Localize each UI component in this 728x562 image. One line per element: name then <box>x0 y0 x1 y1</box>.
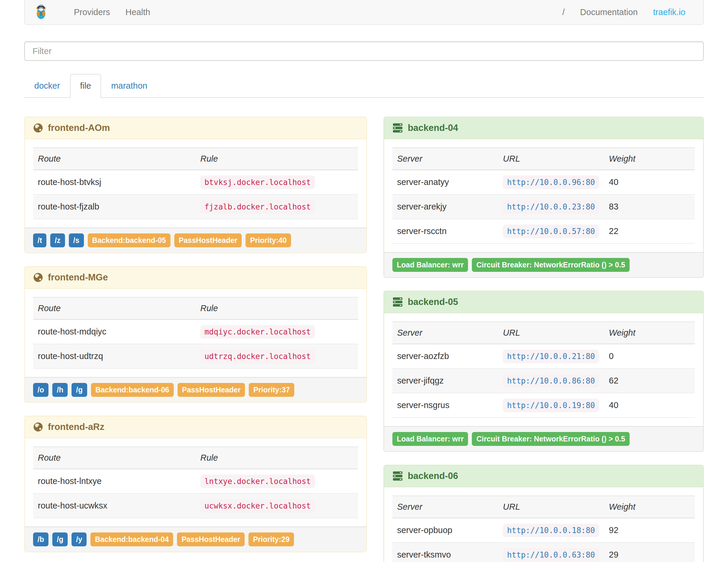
traefik-logo[interactable] <box>35 3 47 22</box>
table-row: route-host-lntxye lntxye.docker.localhos… <box>33 469 358 493</box>
globe-icon <box>33 272 43 282</box>
frontend-panel-MGe: frontend-MGe Route Rule route-host-mdqi <box>24 266 367 403</box>
path-badge: /h <box>52 383 68 397</box>
backend-ref-badge: Backend:backend-06 <box>91 383 174 397</box>
table-row: route-host-ucwksx ucwksx.docker.localhos… <box>33 493 358 518</box>
server-name: server-jifqgz <box>392 368 498 393</box>
rule-code: udtrzq.docker.localhost <box>200 350 315 363</box>
table-header-row: Route Rule <box>33 148 358 170</box>
backend-ref-badge: Backend:backend-04 <box>90 532 173 546</box>
server-weight: 92 <box>604 518 695 542</box>
path-badge: /b <box>33 532 48 546</box>
table-row: server-nsgrus http://10.0.0.19:80 40 <box>392 393 695 418</box>
route-name: route-host-ucwksx <box>33 493 196 518</box>
traefik-mascot-icon <box>35 3 47 22</box>
column-header-server: Server <box>392 148 498 170</box>
server-icon <box>392 471 403 481</box>
frontend-panel-heading: frontend-aRz <box>25 416 366 438</box>
tab-file[interactable]: file <box>70 74 101 98</box>
frontend-panel-footer: /t /z /s Backend:backend-05 PassHostHead… <box>25 228 366 253</box>
table-row: route-host-mdqiyc mdqiyc.docker.localhos… <box>33 319 358 344</box>
filter-input[interactable] <box>24 41 704 61</box>
priority-badge: Priority:40 <box>246 233 291 247</box>
backend-panel-footer: Load Balancer: wrr Circuit Breaker: Netw… <box>384 426 703 451</box>
backend-panel-body: Server URL Weight server-aozfzb http://1… <box>384 313 703 426</box>
rule-code: btvksj.docker.localhost <box>200 176 315 189</box>
column-header-route: Route <box>33 297 196 319</box>
routes-table: Route Rule route-host-mdqiyc mdqiyc.dock… <box>33 297 358 369</box>
passhostheader-badge: PassHostHeader <box>174 233 242 247</box>
path-badge: /g <box>71 383 87 397</box>
server-icon <box>392 123 403 133</box>
server-weight: 83 <box>604 194 695 219</box>
column-header-url: URL <box>498 322 604 344</box>
table-row: server-arekjy http://10.0.0.23:80 83 <box>392 194 695 219</box>
frontend-panel-heading: frontend-MGe <box>25 267 366 289</box>
frontend-panel-body: Route Rule route-host-mdqiyc mdqiyc.dock… <box>25 289 366 377</box>
backend-panel-04: backend-04 Server URL Weight <box>383 117 704 278</box>
route-name: route-host-btvksj <box>33 170 196 194</box>
server-name: server-aozfzb <box>392 344 498 368</box>
globe-icon <box>33 123 43 133</box>
priority-badge: Priority:37 <box>249 383 294 397</box>
frontend-title: frontend-AOm <box>48 123 110 133</box>
server-weight: 0 <box>604 344 695 368</box>
rule-code: ucwksx.docker.localhost <box>200 499 315 513</box>
server-url-code: http://10.0.0.96:80 <box>503 176 599 189</box>
nav-item-health[interactable]: Health <box>118 7 158 17</box>
navbar: Providers Health / Documentation traefik… <box>24 0 704 25</box>
globe-icon <box>33 422 43 432</box>
rule-code: lntxye.docker.localhost <box>200 475 315 488</box>
frontend-title: frontend-aRz <box>48 422 104 432</box>
nav-item-documentation[interactable]: Documentation <box>572 7 645 17</box>
table-header-row: Server URL Weight <box>392 322 695 344</box>
column-header-rule: Rule <box>196 148 358 170</box>
frontend-panel-aRz: frontend-aRz Route Rule route-host-lntx <box>24 416 367 552</box>
column-header-weight: Weight <box>604 322 695 344</box>
table-row: route-host-udtrzq udtrzq.docker.localhos… <box>33 344 358 368</box>
server-weight: 40 <box>604 170 695 194</box>
backend-title: backend-06 <box>408 471 458 481</box>
backend-ref-badge: Backend:backend-05 <box>88 233 170 247</box>
table-row: server-opbuop http://10.0.0.18:80 92 <box>392 518 695 542</box>
server-weight: 29 <box>604 542 695 562</box>
table-row: server-jifqgz http://10.0.0.86:80 62 <box>392 368 695 393</box>
load-balancer-badge: Load Balancer: wrr <box>392 432 468 446</box>
frontend-panel-heading: frontend-AOm <box>25 117 366 139</box>
tab-docker[interactable]: docker <box>24 74 70 98</box>
table-row: server-rscctn http://10.0.0.57:80 22 <box>392 219 695 243</box>
frontend-panel-AOm: frontend-AOm Route Rule route-host-btvk <box>24 117 367 253</box>
path-badge: /s <box>69 233 84 247</box>
server-url-code: http://10.0.0.57:80 <box>503 225 599 238</box>
table-row: server-anatyy http://10.0.0.96:80 40 <box>392 170 695 194</box>
frontend-panel-body: Route Rule route-host-lntxye lntxye.dock… <box>25 438 366 527</box>
nav-item-traefik-io[interactable]: traefik.io <box>645 7 693 17</box>
servers-table: Server URL Weight server-opbuop http://1… <box>392 496 695 562</box>
servers-table: Server URL Weight server-aozfzb http://1… <box>392 321 695 418</box>
table-row: route-host-fjzalb fjzalb.docker.localhos… <box>33 194 358 219</box>
backend-panel-heading: backend-06 <box>384 465 703 487</box>
frontend-panel-footer: /b /g /y Backend:backend-04 PassHostHead… <box>25 527 366 552</box>
table-header-row: Server URL Weight <box>392 496 695 518</box>
table-row: route-host-btvksj btvksj.docker.localhos… <box>33 170 358 194</box>
filter-wrap <box>24 41 704 61</box>
column-header-url: URL <box>498 496 604 518</box>
column-header-route: Route <box>33 447 196 469</box>
load-balancer-badge: Load Balancer: wrr <box>392 258 468 272</box>
tab-marathon[interactable]: marathon <box>101 74 157 98</box>
servers-table: Server URL Weight server-anatyy http://1… <box>392 147 695 244</box>
rule-code: fjzalb.docker.localhost <box>200 200 315 214</box>
column-header-server: Server <box>392 496 498 518</box>
server-url-code: http://10.0.0.21:80 <box>503 350 599 363</box>
server-name: server-opbuop <box>392 518 498 542</box>
path-badge: /t <box>33 233 46 247</box>
column-header-server: Server <box>392 322 498 344</box>
backend-panel-body: Server URL Weight server-anatyy http://1… <box>384 139 703 252</box>
backend-panel-heading: backend-05 <box>384 291 703 313</box>
route-name: route-host-fjzalb <box>33 194 196 219</box>
frontends-column: frontend-AOm Route Rule route-host-btvk <box>24 117 367 562</box>
table-row: server-aozfzb http://10.0.0.21:80 0 <box>392 344 695 368</box>
column-header-rule: Rule <box>196 447 358 469</box>
server-weight: 62 <box>604 368 695 393</box>
nav-item-providers[interactable]: Providers <box>66 7 118 17</box>
